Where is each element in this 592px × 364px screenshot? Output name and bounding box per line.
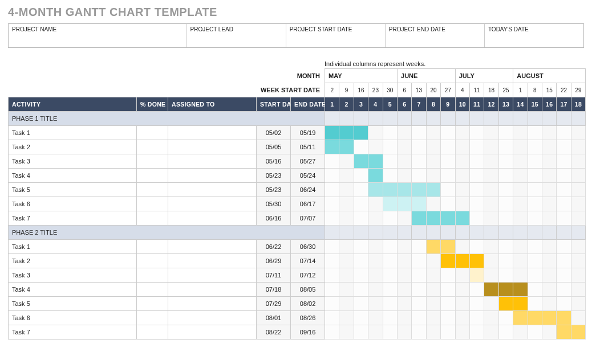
task-assigned-to[interactable]: [168, 154, 257, 169]
month-header: MAY: [325, 69, 398, 83]
todays-date-input[interactable]: [485, 34, 583, 47]
task-name[interactable]: Task 7: [9, 325, 137, 340]
gantt-cell: [513, 169, 528, 183]
task-assigned-to[interactable]: [168, 325, 257, 340]
task-start-date[interactable]: 07/29: [257, 297, 291, 311]
task-start-date[interactable]: 05/02: [257, 126, 291, 140]
task-assigned-to[interactable]: [168, 268, 257, 283]
task-start-date[interactable]: 08/22: [257, 325, 291, 340]
task-name[interactable]: Task 6: [9, 311, 137, 325]
task-start-date[interactable]: 05/16: [257, 154, 291, 169]
project-lead-input[interactable]: [187, 34, 286, 47]
gantt-cell: [470, 311, 484, 325]
task-pct-done[interactable]: [137, 140, 168, 154]
gantt-cell: [557, 226, 571, 240]
task-pct-done[interactable]: [137, 169, 168, 183]
week-number-header: 1: [325, 97, 339, 112]
task-pct-done[interactable]: [137, 311, 168, 325]
task-end-date[interactable]: 07/14: [291, 254, 325, 268]
task-name[interactable]: Task 6: [9, 197, 137, 211]
task-name[interactable]: Task 5: [9, 183, 137, 197]
task-assigned-to[interactable]: [168, 197, 257, 211]
task-pct-done[interactable]: [137, 183, 168, 197]
task-start-date[interactable]: 07/11: [257, 268, 291, 283]
task-end-date[interactable]: 06/17: [291, 197, 325, 211]
task-name[interactable]: Task 3: [9, 268, 137, 283]
task-start-date[interactable]: 05/30: [257, 197, 291, 211]
task-name[interactable]: Task 3: [9, 154, 137, 169]
gantt-cell: [325, 226, 339, 240]
task-end-date[interactable]: 05/19: [291, 126, 325, 140]
task-row: Task 106/2206/30: [9, 240, 586, 254]
task-name[interactable]: Task 1: [9, 126, 137, 140]
task-name[interactable]: Task 2: [9, 140, 137, 154]
project-end-date-input[interactable]: [386, 34, 484, 47]
task-assigned-to[interactable]: [168, 140, 257, 154]
task-end-date[interactable]: 05/27: [291, 154, 325, 169]
task-assigned-to[interactable]: [168, 311, 257, 325]
task-start-date[interactable]: 07/18: [257, 283, 291, 297]
task-end-date[interactable]: 05/24: [291, 169, 325, 183]
task-pct-done[interactable]: [137, 154, 168, 169]
task-name[interactable]: Task 4: [9, 169, 137, 183]
gantt-cell: [368, 112, 383, 126]
gantt-cell: [339, 169, 354, 183]
task-assigned-to[interactable]: [168, 183, 257, 197]
task-end-date[interactable]: 09/16: [291, 325, 325, 340]
task-assigned-to[interactable]: [168, 126, 257, 140]
gantt-cell: [339, 183, 354, 197]
gantt-cell: [557, 254, 571, 268]
task-name[interactable]: Task 1: [9, 240, 137, 254]
task-name[interactable]: Task 2: [9, 254, 137, 268]
week-start-date: 1: [513, 83, 528, 97]
task-end-date[interactable]: 06/24: [291, 183, 325, 197]
task-start-date[interactable]: 06/22: [257, 240, 291, 254]
task-start-date[interactable]: 06/16: [257, 211, 291, 226]
task-start-date[interactable]: 05/23: [257, 169, 291, 183]
task-end-date[interactable]: 05/11: [291, 140, 325, 154]
task-pct-done[interactable]: [137, 283, 168, 297]
week-start-date: 9: [339, 83, 354, 97]
task-name[interactable]: Task 5: [9, 297, 137, 311]
task-assigned-to[interactable]: [168, 254, 257, 268]
project-start-date-input[interactable]: [286, 34, 385, 47]
week-number-header: 15: [528, 97, 542, 112]
task-pct-done[interactable]: [137, 325, 168, 340]
task-end-date[interactable]: 08/05: [291, 283, 325, 297]
gantt-cell: [455, 254, 469, 268]
gantt-cell: [354, 112, 368, 126]
task-end-date[interactable]: 07/12: [291, 268, 325, 283]
task-assigned-to[interactable]: [168, 297, 257, 311]
gantt-cell: [498, 126, 513, 140]
task-assigned-to[interactable]: [168, 211, 257, 226]
task-start-date[interactable]: 05/23: [257, 183, 291, 197]
task-end-date[interactable]: 08/02: [291, 297, 325, 311]
gantt-cell: [470, 325, 484, 340]
task-pct-done[interactable]: [137, 268, 168, 283]
week-start-date: 4: [455, 83, 469, 97]
gantt-cell: [557, 112, 571, 126]
task-pct-done[interactable]: [137, 297, 168, 311]
task-end-date[interactable]: 06/30: [291, 240, 325, 254]
task-name[interactable]: Task 4: [9, 283, 137, 297]
task-assigned-to[interactable]: [168, 169, 257, 183]
task-start-date[interactable]: 08/01: [257, 311, 291, 325]
task-start-date[interactable]: 05/05: [257, 140, 291, 154]
task-start-date[interactable]: 06/29: [257, 254, 291, 268]
task-pct-done[interactable]: [137, 254, 168, 268]
gantt-cell: [441, 169, 455, 183]
task-pct-done[interactable]: [137, 126, 168, 140]
task-end-date[interactable]: 08/26: [291, 311, 325, 325]
task-assigned-to[interactable]: [168, 240, 257, 254]
gantt-cell: [542, 325, 557, 340]
task-assigned-to[interactable]: [168, 283, 257, 297]
project-name-input[interactable]: [9, 34, 186, 47]
task-pct-done[interactable]: [137, 240, 168, 254]
gantt-cell: [455, 154, 469, 169]
gantt-cell: [412, 311, 426, 325]
task-pct-done[interactable]: [137, 211, 168, 226]
weeks-note: Individual columns represent weeks.: [325, 60, 584, 67]
task-pct-done[interactable]: [137, 197, 168, 211]
task-name[interactable]: Task 7: [9, 211, 137, 226]
task-end-date[interactable]: 07/07: [291, 211, 325, 226]
